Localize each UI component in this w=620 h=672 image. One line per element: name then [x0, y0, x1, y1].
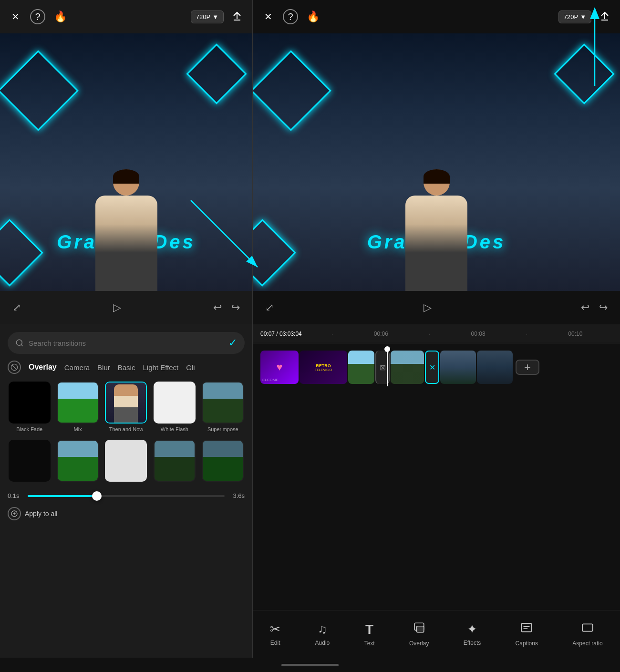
- transition-superimpose[interactable]: Superimpose: [201, 382, 245, 432]
- thumb-r2-5: [202, 440, 244, 482]
- timeline-ruler: 00:07 / 03:03:04 · 00:06 · 00:08 · 00:10: [253, 324, 620, 343]
- ruler-current-time: 00:07 / 03:03:04: [260, 331, 302, 337]
- edit-label: Edit: [270, 640, 280, 646]
- transition-black-fade[interactable]: Black Fade: [8, 382, 51, 432]
- redo-right-button[interactable]: ↪: [596, 299, 610, 317]
- duration-slider-row: 0.1s 3.6s: [8, 492, 245, 499]
- close-button-left[interactable]: ✕: [10, 9, 21, 24]
- transition-mix[interactable]: Mix: [56, 382, 99, 432]
- home-bar-indicator: [281, 664, 339, 666]
- search-bar: ✓: [8, 332, 245, 354]
- close-button-right[interactable]: ✕: [262, 9, 274, 24]
- toolbar-effects[interactable]: ✦ Effects: [456, 618, 488, 650]
- captions-label: Captions: [516, 640, 538, 647]
- flame-icon-left: 🔥: [54, 10, 67, 23]
- timeline-track-area: ♥ ELCOME RETRO TELEVISIO ⊠: [253, 343, 620, 610]
- expand-left-button[interactable]: ⤢: [10, 299, 24, 317]
- right-video-controls: ⤢ ▷ ↩ ↪: [253, 291, 620, 324]
- play-right-button[interactable]: ▷: [421, 299, 434, 317]
- timeline-clips-row: ♥ ELCOME RETRO TELEVISIO ⊠: [260, 351, 539, 384]
- clip-mountain1[interactable]: [348, 351, 374, 384]
- redo-left-button[interactable]: ↪: [228, 299, 243, 317]
- transitions-panel: ✓ Overlay Camera Blur Basic Light Effect…: [0, 324, 253, 658]
- upload-button-right[interactable]: [599, 10, 610, 24]
- ruler-marker-1: ·: [331, 331, 333, 337]
- transition-r2-2[interactable]: [56, 440, 99, 485]
- help-button-left[interactable]: ?: [30, 9, 45, 24]
- transition-r2-3[interactable]: [104, 440, 148, 485]
- svg-rect-15: [582, 624, 593, 631]
- video-preview-left: Graphic Des: [0, 33, 252, 291]
- home-bar: [0, 658, 620, 672]
- play-left-button[interactable]: ▷: [110, 299, 124, 317]
- edit-icon: ✂: [270, 622, 280, 637]
- left-video-controls: ⤢ ▷ ↩ ↪: [0, 291, 252, 324]
- search-confirm-button[interactable]: ✓: [228, 337, 237, 349]
- tab-light-effect[interactable]: Light Effect: [143, 362, 178, 373]
- left-header: ✕ ? 🔥 720P ▼: [0, 0, 252, 33]
- aspect-ratio-icon: [581, 621, 594, 637]
- label-black-fade: Black Fade: [16, 426, 42, 432]
- playhead: [387, 348, 388, 386]
- transitions-grid-row1: Black Fade Mix Then and Now: [8, 382, 245, 432]
- clip-retro[interactable]: RETRO TELEVISIO: [300, 351, 347, 384]
- svg-point-6: [16, 340, 22, 345]
- undo-right-button[interactable]: ↩: [578, 299, 592, 317]
- category-tabs: Overlay Camera Blur Basic Light Effect G…: [8, 361, 245, 374]
- ruler-marker-2: ·: [429, 331, 430, 337]
- apply-all-button[interactable]: Apply to all: [8, 507, 57, 520]
- person-figure-left: [95, 169, 157, 291]
- quality-button-right[interactable]: 720P ▼: [558, 10, 591, 23]
- label-white-flash: White Flash: [161, 426, 188, 432]
- tab-camera[interactable]: Camera: [64, 362, 90, 373]
- timeline-track: ♥ ELCOME RETRO TELEVISIO ⊠: [260, 348, 612, 386]
- ruler-time-3: 00:10: [568, 331, 582, 337]
- search-input[interactable]: [29, 339, 224, 347]
- toolbar-overlay[interactable]: Overlay: [402, 618, 436, 651]
- toolbar-captions[interactable]: Captions: [508, 618, 546, 651]
- clip-transition2-selected[interactable]: ✕: [425, 351, 439, 384]
- transition-r2-1[interactable]: [8, 440, 51, 485]
- help-button-right[interactable]: ?: [283, 9, 298, 24]
- svg-rect-12: [521, 623, 532, 631]
- bottom-toolbar: ✂ Edit ♫ Audio T Text Overlay: [253, 610, 620, 658]
- transition-r2-4[interactable]: [153, 440, 196, 485]
- duration-min-label: 0.1s: [8, 492, 22, 499]
- captions-icon: [520, 621, 533, 637]
- quality-button-left[interactable]: 720P ▼: [191, 10, 224, 23]
- toolbar-aspect-ratio[interactable]: Aspect ratio: [565, 618, 610, 651]
- clip-mountain3[interactable]: [440, 351, 476, 384]
- tab-basic[interactable]: Basic: [118, 362, 135, 373]
- transition-white-flash[interactable]: White Flash: [153, 382, 196, 432]
- upload-button-left[interactable]: [231, 10, 243, 24]
- svg-rect-11: [416, 626, 424, 632]
- tab-gli[interactable]: Gli: [186, 362, 195, 373]
- thumb-r2-2: [57, 440, 99, 482]
- clip-mountain4[interactable]: [477, 351, 513, 384]
- clip-purple[interactable]: ♥ ELCOME: [260, 351, 299, 384]
- apply-all-label: Apply to all: [25, 510, 57, 517]
- undo-left-button[interactable]: ↩: [210, 299, 225, 317]
- right-panel-top: ✕ ? 🔥 720P ▼: [253, 0, 620, 324]
- top-section: ✕ ? 🔥 720P ▼: [0, 0, 620, 324]
- clip-add-button[interactable]: +: [516, 360, 539, 375]
- expand-right-button[interactable]: ⤢: [262, 299, 277, 317]
- thumb-r2-1: [9, 440, 51, 482]
- tab-blur[interactable]: Blur: [97, 362, 110, 373]
- thumb-black-fade: [9, 382, 51, 424]
- toolbar-text[interactable]: T Text: [357, 618, 382, 651]
- slider-track[interactable]: [28, 495, 225, 497]
- toolbar-edit[interactable]: ✂ Edit: [262, 618, 288, 650]
- transitions-grid-row2: [8, 440, 245, 485]
- person-figure-right: [405, 169, 467, 291]
- clip-mountain2[interactable]: [391, 351, 424, 384]
- toolbar-audio[interactable]: ♫ Audio: [308, 618, 338, 650]
- transition-r2-5[interactable]: [201, 440, 245, 485]
- tab-overlay[interactable]: Overlay: [29, 361, 57, 373]
- slider-thumb[interactable]: [92, 491, 102, 501]
- effects-label: Effects: [464, 640, 481, 646]
- audio-icon: ♫: [318, 622, 327, 637]
- no-filter-icon[interactable]: [8, 361, 21, 374]
- video-preview-right: Graphic Des: [253, 33, 620, 291]
- transition-then-and-now[interactable]: Then and Now: [104, 382, 148, 432]
